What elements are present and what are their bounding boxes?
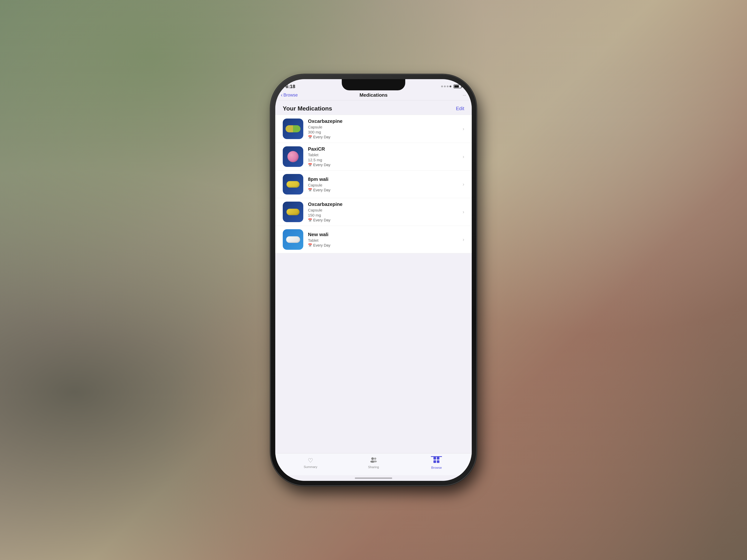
svg-rect-5 [437, 457, 439, 459]
back-label: Browse [283, 92, 298, 98]
phone-screen: 6:18 [275, 79, 472, 481]
nav-dots[interactable]: ··· [463, 93, 466, 98]
battery-icon [454, 85, 461, 88]
heart-icon: ♡ [308, 457, 313, 464]
chevron-icon-4: › [463, 209, 464, 215]
notch [342, 79, 405, 90]
med-item-4[interactable]: Oxcarbazepine Capsule 150 mg 📅 Every Day… [275, 198, 472, 226]
signal-dot-4 [449, 85, 452, 87]
signal-dot-3 [447, 85, 448, 87]
calendar-icon-5: 📅 [308, 243, 312, 247]
chevron-icon-2: › [463, 154, 464, 160]
med-type-3: Capsule [308, 183, 461, 187]
med-type-4: Capsule [308, 208, 461, 212]
tab-bar: ♡ Summary Sharing [275, 453, 472, 475]
signal-dot-1 [441, 85, 443, 87]
med-info-4: Oxcarbazepine Capsule 150 mg 📅 Every Day [308, 202, 461, 222]
screen-content: 6:18 [275, 79, 472, 481]
tab-sharing[interactable]: Sharing [362, 457, 385, 469]
battery-level [454, 85, 459, 87]
pill-capsule-3 [286, 181, 300, 188]
pill-capsule-1 [286, 125, 301, 132]
med-icon-3 [283, 174, 303, 194]
med-schedule-4: 📅 Every Day [308, 218, 461, 222]
chevron-icon-5: › [463, 237, 464, 242]
svg-rect-7 [437, 460, 439, 463]
tab-browse-label: Browse [431, 466, 442, 470]
med-schedule-1: 📅 Every Day [308, 135, 461, 139]
med-item-3[interactable]: 8pm wali Capsule 📅 Every Day › [275, 170, 472, 198]
section-header: Your Medications Edit [275, 101, 472, 115]
edit-button[interactable]: Edit [456, 106, 464, 111]
med-name-1: Oxcarbazepine [308, 118, 461, 124]
svg-rect-6 [434, 460, 436, 463]
med-icon-1 [283, 118, 303, 139]
med-name-5: New wali [308, 232, 461, 237]
med-info-3: 8pm wali Capsule 📅 Every Day [308, 177, 461, 192]
phone-container: 6:18 [271, 75, 476, 485]
people-icon [370, 457, 377, 464]
pill-round-2 [287, 151, 299, 162]
main-content: Your Medications Edit [275, 101, 472, 453]
signal-dot-2 [444, 85, 446, 87]
pill-capsule-4 [286, 209, 300, 215]
svg-rect-4 [434, 457, 436, 459]
med-name-3: 8pm wali [308, 177, 461, 182]
schedule-text-5: Every Day [313, 243, 330, 247]
schedule-text-1: Every Day [313, 135, 330, 139]
calendar-icon-4: 📅 [308, 218, 312, 222]
home-bar [355, 478, 392, 479]
grid-icon [433, 457, 440, 465]
med-info-1: Oxcarbazepine Capsule 300 mg 📅 Every Day [308, 118, 461, 139]
med-dose-4: 150 mg [308, 213, 461, 217]
med-schedule-2: 📅 Every Day [308, 163, 461, 167]
tab-summary[interactable]: ♡ Summary [299, 457, 322, 469]
svg-point-0 [371, 457, 374, 460]
tab-summary-label: Summary [304, 465, 317, 469]
tab-sharing-label: Sharing [368, 465, 379, 469]
med-icon-5 [283, 229, 303, 250]
med-dose-2: 12.5 mg [308, 158, 461, 162]
status-time: 6:18 [286, 84, 295, 89]
chevron-icon-3: › [463, 182, 464, 187]
chevron-icon-1: › [463, 126, 464, 132]
pill-half-left-1 [286, 125, 293, 132]
home-indicator [275, 475, 472, 481]
svg-point-3 [374, 460, 377, 462]
med-icon-4 [283, 202, 303, 222]
med-item-2[interactable]: PaxiCR Tablet 12.5 mg 📅 Every Day › [275, 143, 472, 170]
calendar-icon-1: 📅 [308, 135, 312, 139]
schedule-text-3: Every Day [313, 188, 330, 192]
tab-browse[interactable]: Browse [425, 456, 448, 470]
svg-point-2 [374, 457, 376, 460]
calendar-icon-2: 📅 [308, 163, 312, 167]
section-title: Your Medications [283, 105, 332, 112]
med-type-5: Tablet [308, 238, 461, 243]
med-icon-2 [283, 146, 303, 167]
navigation-bar: ‹ Browse Medications ··· [275, 91, 472, 101]
med-type-1: Capsule [308, 125, 461, 129]
schedule-text-2: Every Day [313, 163, 330, 167]
med-info-2: PaxiCR Tablet 12.5 mg 📅 Every Day [308, 146, 461, 167]
back-button[interactable]: ‹ Browse [281, 92, 298, 98]
med-schedule-5: 📅 Every Day [308, 243, 461, 247]
calendar-icon-3: 📅 [308, 188, 312, 192]
status-icons [441, 85, 461, 88]
pill-oval-5 [286, 236, 300, 243]
med-info-5: New wali Tablet 📅 Every Day [308, 232, 461, 247]
med-item-5[interactable]: New wali Tablet 📅 Every Day › [275, 226, 472, 253]
med-name-2: PaxiCR [308, 146, 461, 152]
back-arrow-icon: ‹ [281, 92, 283, 98]
med-schedule-3: 📅 Every Day [308, 188, 461, 192]
phone-outer: 6:18 [271, 75, 476, 485]
med-dose-1: 300 mg [308, 130, 461, 134]
signal-indicator [441, 85, 452, 87]
med-item-1[interactable]: Oxcarbazepine Capsule 300 mg 📅 Every Day… [275, 115, 472, 143]
schedule-text-4: Every Day [313, 218, 330, 222]
nav-title: Medications [360, 92, 387, 98]
medication-list: Oxcarbazepine Capsule 300 mg 📅 Every Day… [275, 115, 472, 253]
med-name-4: Oxcarbazepine [308, 202, 461, 207]
med-type-2: Tablet [308, 153, 461, 157]
pill-half-right-1 [293, 125, 301, 132]
